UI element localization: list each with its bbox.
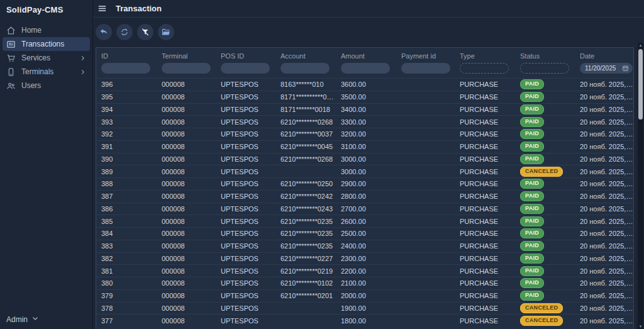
clear-filter-button[interactable] [137,24,153,40]
status-badge: PAID [520,278,544,288]
cell-amount: 2700.00 [336,205,396,213]
cell-status: PAID [515,117,575,127]
cell-pos-id: UPTESPOS [216,267,275,275]
sidebar-item-label: Users [21,81,41,90]
sidebar-item-terminals[interactable]: Terminals [3,65,90,79]
cell-status: PAID [515,278,575,288]
cell-pos-id: UPTESPOS [216,230,275,237]
payment-id-filter-input[interactable] [401,63,450,74]
column-header-payment-id: Payment id [396,52,455,60]
table-row[interactable]: 386000008UPTESPOS6210********02432700.00… [96,203,633,215]
status-badge: PAID [520,254,544,264]
vertical-scrollbar[interactable]: ▲ ▼ [638,43,643,329]
table-row[interactable]: 380000008UPTESPOS6210********01022100.00… [96,277,633,289]
cell-amount: 1800.00 [336,317,396,325]
table-row[interactable]: 385000008UPTESPOS6210********02352600.00… [96,215,633,227]
table-row[interactable]: 378000008UPTESPOS1900.00PURCHASECANCELED… [96,302,633,315]
cell-account: 6210********0250 [275,180,336,187]
status-filter-select[interactable] [520,63,569,74]
account-filter-input[interactable] [280,63,330,74]
table-row[interactable]: 382000008UPTESPOS6210********02272300.00… [96,252,633,265]
table-row[interactable]: 396000008UPTESPOS8163******0103600.00PUR… [96,78,633,91]
export-button[interactable] [158,24,174,40]
cell-status: PAID [515,204,575,214]
cell-amount: 2100.00 [336,279,396,287]
scroll-down-icon[interactable]: ▼ [639,324,643,329]
column-header-pos-id: POS ID [216,52,275,60]
table-row[interactable]: 389000008UPTESPOS3000.00PURCHASECANCELED… [96,165,633,177]
cell-terminal: 000008 [157,242,216,250]
scrollbar-thumb[interactable] [638,49,643,120]
table-row[interactable]: 391000008UPTESPOS6210********00453100.00… [96,140,633,153]
scroll-up-icon[interactable]: ▲ [639,43,643,48]
cell-status: PAID [515,291,575,301]
table-row[interactable]: 377000008UPTESPOS1800.00PURCHASECANCELED… [96,314,633,326]
table-row[interactable]: 394000008UPTESPOS8171*******00183400.00P… [96,103,633,116]
cell-type: PURCHASE [455,255,515,262]
transactions-table: ID Terminal POS ID Account Amount Paymen… [96,47,634,329]
table-row[interactable]: 383000008UPTESPOS6210********02352400.00… [96,240,633,252]
chevron-right-icon [79,69,86,75]
cell-date: 20 нояб. 2025, 1… [575,255,633,262]
sidebar-item-label: Services [21,53,50,62]
cell-type: PURCHASE [455,279,515,287]
cell-type: PURCHASE [455,81,515,88]
cell-id: 382 [96,255,157,262]
user-menu[interactable]: Admin [0,309,92,329]
table-row[interactable]: 392000008UPTESPOS6210********00373200.00… [96,128,633,140]
refresh-button[interactable] [116,24,133,40]
cell-id: 396 [96,81,157,88]
table-row[interactable]: 393000008UPTESPOS6210********02683300.00… [96,115,633,128]
cell-id: 390 [96,155,157,163]
cell-terminal: 000008 [157,292,216,299]
status-badge: PAID [520,216,544,226]
table-row[interactable]: 381000008UPTESPOS6210********02192200.00… [96,264,633,277]
cell-amount: 2200.00 [336,267,396,275]
cell-status: PAID [515,228,575,238]
sidebar-item-services[interactable]: Services [3,51,90,65]
column-header-id: ID [96,52,157,60]
topbar: Transaction [93,0,644,18]
status-badge: PAID [520,266,544,276]
cell-pos-id: UPTESPOS [216,143,275,150]
cell-amount: 1900.00 [336,304,396,312]
id-filter-input[interactable] [101,63,150,74]
hamburger-icon[interactable] [97,3,108,14]
table-row[interactable]: 395000008UPTESPOS8171**********00213500.… [96,91,633,103]
terminal-filter-input[interactable] [162,63,211,74]
date-filter[interactable]: 11/20/2025 [580,63,633,74]
cell-date: 20 нояб. 2025, 1… [575,130,633,138]
app-title: SolidPay-CMS [0,0,92,23]
cell-pos-id: UPTESPOS [216,304,275,312]
cell-account: 8171**********0021 [275,93,336,101]
back-button[interactable] [96,24,112,40]
sidebar-item-home[interactable]: Home [3,23,90,37]
cell-amount: 2400.00 [336,242,396,250]
type-filter-select[interactable] [460,63,509,74]
table-row[interactable]: 387000008UPTESPOS6210********02422800.00… [96,190,633,203]
cell-id: 380 [96,279,157,287]
amount-filter-input[interactable] [341,63,390,74]
status-badge: PAID [520,154,544,164]
status-badge: CANCELED [520,303,563,313]
cell-pos-id: UPTESPOS [216,205,275,213]
cell-id: 381 [96,267,157,275]
status-badge: PAID [520,179,544,189]
table-row[interactable]: 384000008UPTESPOS6210********02352500.00… [96,227,633,240]
table-row[interactable]: 379000008UPTESPOS6210********02012000.00… [96,289,633,302]
table-row[interactable]: 390000008UPTESPOS6210********02683000.00… [96,153,633,165]
pos-id-filter-input[interactable] [221,63,270,74]
sidebar-item-users[interactable]: Users [3,79,90,92]
table-row[interactable]: 388000008UPTESPOS6210********02502900.00… [96,177,633,190]
sidebar-item-transactions[interactable]: Transactions [3,37,90,51]
cell-date: 20 нояб. 2025, 1… [575,81,633,88]
cell-id: 378 [96,304,157,312]
cell-pos-id: UPTESPOS [216,106,275,113]
cell-type: PURCHASE [455,130,515,138]
cell-pos-id: UPTESPOS [216,168,275,176]
status-badge: PAID [520,92,544,102]
folder-open-icon [162,28,170,36]
cell-type: PURCHASE [455,93,515,101]
cell-date: 20 нояб. 2025, 1… [575,230,633,237]
column-header-status: Status [515,52,575,60]
